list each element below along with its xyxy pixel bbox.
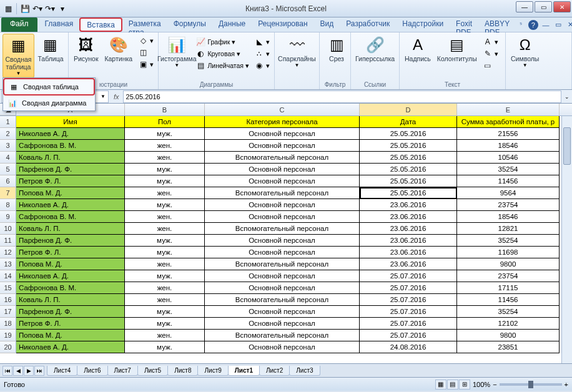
cell-sum[interactable]: 11698 xyxy=(457,247,560,258)
cell-sex[interactable]: муж. xyxy=(125,164,205,175)
cell-sum[interactable]: 23851 xyxy=(457,341,560,353)
row-header[interactable]: 13 xyxy=(0,258,16,270)
cell-date[interactable]: 23.06.2016 xyxy=(360,199,457,211)
doc-close-icon[interactable]: ✕ xyxy=(566,20,572,30)
view-normal-icon[interactable]: ▦ xyxy=(435,380,446,390)
cell-sex[interactable]: жен. xyxy=(125,294,205,306)
tab-abbyy[interactable]: ABBYY PDF Tra xyxy=(478,17,516,32)
tab-data[interactable]: Данные xyxy=(212,17,252,32)
cell-name[interactable]: Парфенов Д. Ф. xyxy=(16,164,125,175)
cell-sum[interactable]: 18546 xyxy=(457,140,560,152)
cell-name[interactable]: Коваль Л. П. xyxy=(16,152,125,164)
cell-category[interactable]: Основной персонал xyxy=(205,282,360,294)
cell-name[interactable]: Петров Ф. Л. xyxy=(16,318,125,330)
cell-sum[interactable]: 21556 xyxy=(457,128,560,140)
cell-date[interactable]: 25.05.2016 xyxy=(360,140,457,152)
chart-line-button[interactable]: 📈График ▾ xyxy=(194,36,251,47)
signature-button[interactable]: ✎▾ xyxy=(481,48,500,59)
redo-icon[interactable]: ↷▾ xyxy=(44,3,56,14)
cell-name[interactable]: Парфенов Д. Ф. xyxy=(16,306,125,318)
sheet-nav-first[interactable]: ⏮ xyxy=(2,366,12,376)
header-cell[interactable]: Категория персонала xyxy=(205,116,360,128)
formula-expand-icon[interactable]: ⌄ xyxy=(561,94,572,100)
qat-more-icon[interactable]: ▾ xyxy=(57,3,68,14)
row-header[interactable]: 8 xyxy=(0,199,16,211)
textbox-button[interactable]: A Надпись xyxy=(402,34,433,64)
cell-sum[interactable]: 23754 xyxy=(457,199,560,211)
cell-name[interactable]: Сафронова В. М. xyxy=(16,211,125,223)
cell-sum[interactable]: 9800 xyxy=(457,258,560,270)
cell-date[interactable]: 23.06.2016 xyxy=(360,247,457,258)
cell-sum[interactable]: 11456 xyxy=(457,175,560,187)
cell-name[interactable]: Коваль Л. П. xyxy=(16,294,125,306)
cell-name[interactable]: Петров Ф. Л. xyxy=(16,175,125,187)
hyperlink-button[interactable]: 🔗 Гиперссылка xyxy=(353,34,397,64)
cell-name[interactable]: Парфенов Д. Ф. xyxy=(16,235,125,247)
header-cell[interactable]: Имя xyxy=(16,116,125,128)
cell-sex[interactable]: жен. xyxy=(125,152,205,164)
cell-category[interactable]: Вспомогательный персонал xyxy=(205,330,360,341)
zoom-out-button[interactable]: − xyxy=(493,381,496,388)
row-header[interactable]: 20 xyxy=(0,341,16,353)
cell-category[interactable]: Основной персонал xyxy=(205,318,360,330)
cell-category[interactable]: Основной персонал xyxy=(205,270,360,282)
cell-date[interactable]: 25.07.2016 xyxy=(360,282,457,294)
row-header[interactable]: 9 xyxy=(0,211,16,223)
slicer-button[interactable]: ▥ Срез xyxy=(322,34,351,64)
sheet-tab[interactable]: Лист3 xyxy=(289,366,320,376)
vertical-scrollbar[interactable] xyxy=(561,116,572,363)
cell-sum[interactable]: 17115 xyxy=(457,282,560,294)
cell-date[interactable]: 25.07.2016 xyxy=(360,270,457,282)
cell-sex[interactable]: муж. xyxy=(125,270,205,282)
cell-sum[interactable]: 23754 xyxy=(457,270,560,282)
cell-category[interactable]: Вспомогательный персонал xyxy=(205,152,360,164)
tab-developer[interactable]: Разработчик xyxy=(340,17,396,32)
table-button[interactable]: ▦ Таблица xyxy=(36,34,66,64)
undo-icon[interactable]: ↶▾ xyxy=(32,3,43,14)
tab-home[interactable]: Главная xyxy=(39,17,80,32)
object-button[interactable]: ▭ xyxy=(481,60,500,71)
cell-sum[interactable]: 35254 xyxy=(457,306,560,318)
screenshot-button[interactable]: ▣▾ xyxy=(136,59,155,70)
sheet-tab[interactable]: Лист8 xyxy=(167,366,198,376)
cell-sex[interactable]: муж. xyxy=(125,318,205,330)
row-header[interactable]: 10 xyxy=(0,223,16,235)
row-header[interactable]: 12 xyxy=(0,247,16,258)
cell-sex[interactable]: жен. xyxy=(125,211,205,223)
row-header[interactable]: 1 xyxy=(0,116,16,128)
cell-name[interactable]: Петров Ф. Л. xyxy=(16,247,125,258)
tab-view[interactable]: Вид xyxy=(314,17,340,32)
tab-file[interactable]: Файл xyxy=(1,17,37,32)
row-header[interactable]: 15 xyxy=(0,282,16,294)
save-icon[interactable]: 💾 xyxy=(19,3,31,14)
cell-category[interactable]: Вспомогательный персонал xyxy=(205,258,360,270)
chart-pie-button[interactable]: ◐Круговая ▾ xyxy=(194,48,251,59)
cell-name[interactable]: Сафронова В. М. xyxy=(16,282,125,294)
row-header[interactable]: 11 xyxy=(0,235,16,247)
cell-category[interactable]: Основной персонал xyxy=(205,128,360,140)
cell-sex[interactable]: жен. xyxy=(125,330,205,341)
doc-minimize-icon[interactable]: — xyxy=(541,20,551,30)
row-header[interactable]: 2 xyxy=(0,128,16,140)
col-header-d[interactable]: D xyxy=(360,104,457,115)
cell-name[interactable]: Попова М. Д. xyxy=(16,187,125,199)
menu-pivot-chart[interactable]: 📊 Сводная диаграмма xyxy=(3,96,95,110)
sheet-tab[interactable]: Лист2 xyxy=(259,366,290,376)
sheet-tab[interactable]: Лист5 xyxy=(137,366,168,376)
cell-sex[interactable]: муж. xyxy=(125,306,205,318)
cell-name[interactable]: Николаев А. Д. xyxy=(16,128,125,140)
ribbon-minimize-icon[interactable]: ˢ xyxy=(516,20,526,30)
sheet-nav-next[interactable]: ▶ xyxy=(24,366,34,376)
cell-sum[interactable]: 9564 xyxy=(457,187,560,199)
histogram-button[interactable]: 📊 Гистограмма ▼ xyxy=(161,34,192,69)
formula-bar[interactable]: 25.05.2016 xyxy=(123,91,561,103)
row-header[interactable]: 18 xyxy=(0,318,16,330)
cell-date[interactable]: 25.05.2016 xyxy=(360,128,457,140)
shapes-button[interactable]: ◇▾ xyxy=(136,35,155,46)
cell-sex[interactable]: жен. xyxy=(125,223,205,235)
row-header[interactable]: 4 xyxy=(0,152,16,164)
cell-date[interactable]: 24.08.2016 xyxy=(360,341,457,353)
cell-name[interactable]: Коваль Л. П. xyxy=(16,223,125,235)
cell-sex[interactable]: жен. xyxy=(125,282,205,294)
col-header-e[interactable]: E xyxy=(457,104,560,115)
